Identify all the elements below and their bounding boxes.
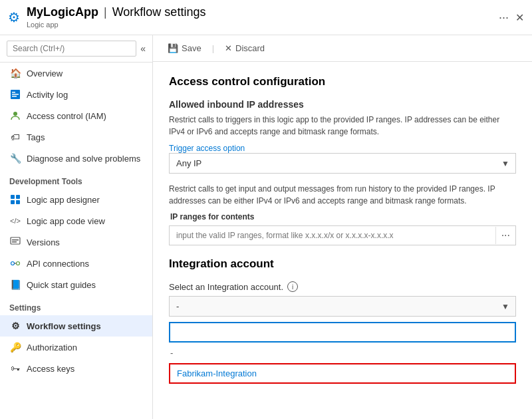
main-layout: « 🏠 Overview Activity log Access control… (0, 35, 532, 419)
close-button[interactable]: ✕ (515, 11, 524, 24)
settings-section-label: Settings (0, 295, 152, 315)
iam-icon (9, 110, 21, 122)
sidebar-item-tags[interactable]: 🏷 Tags (0, 126, 152, 148)
fabrikam-integration-option[interactable]: Fabrikam-Integration (169, 363, 516, 384)
tags-icon: 🏷 (9, 131, 21, 143)
ip-input-wrapper: ··· (169, 225, 516, 245)
ip-ranges-input[interactable] (170, 226, 495, 245)
sidebar-item-access-keys-label: Access keys (27, 364, 74, 374)
svg-rect-7 (11, 200, 15, 204)
sidebar-item-activity-log[interactable]: Activity log (0, 84, 152, 105)
gear-icon: ⚙ (8, 9, 20, 25)
sidebar-item-tags-label: Tags (27, 132, 45, 142)
code-icon: </> (9, 215, 21, 227)
svg-rect-10 (12, 239, 19, 241)
sidebar-item-authorization-label: Authorization (27, 343, 77, 352)
app-name: MyLogicApp (27, 5, 98, 19)
info-icon[interactable]: i (287, 281, 298, 292)
sidebar-item-versions-label: Versions (27, 237, 60, 247)
sidebar-item-access-control-label: Access control (IAM) (27, 111, 106, 121)
header: ⚙ MyLogicApp | Workflow settings Logic a… (0, 0, 532, 35)
sidebar-nav: 🏠 Overview Activity log Access control (… (0, 63, 152, 419)
sidebar-item-api-connections[interactable]: API connections (0, 253, 152, 274)
integration-label-row: Select an Integration account. i (169, 281, 516, 292)
sidebar-item-workflow-settings[interactable]: ⚙ Workflow settings (0, 315, 152, 337)
sidebar-item-access-keys[interactable]: 🗝 Access keys (0, 358, 152, 379)
trigger-access-select[interactable]: Any IP Only Logic Apps Specific IP range… (169, 153, 516, 174)
integration-select-label: Select an Integration account. (169, 282, 283, 292)
discard-icon: ✕ (225, 43, 232, 53)
content-scroll: Access control configuration Allowed inb… (153, 62, 532, 419)
trigger-access-link[interactable]: Trigger access option (169, 144, 245, 153)
header-section: Workflow settings (112, 5, 206, 19)
svg-rect-6 (16, 195, 20, 199)
sidebar-item-access-control[interactable]: Access control (IAM) (0, 105, 152, 126)
svg-rect-8 (16, 200, 20, 204)
dev-tools-section-label: Development Tools (0, 169, 152, 189)
integration-account-select[interactable]: - Fabrikam-Integration (169, 296, 516, 317)
versions-icon (9, 236, 21, 248)
sidebar-item-overview-label: Overview (27, 69, 63, 78)
svg-rect-1 (12, 92, 15, 93)
sidebar-item-workflow-settings-label: Workflow settings (27, 321, 101, 331)
inbound-ip-subtitle: Allowed inbound IP addresses (169, 99, 516, 110)
trigger-select-wrapper: Any IP Only Logic Apps Specific IP range… (169, 153, 516, 174)
sidebar-collapse-button[interactable]: « (140, 43, 146, 54)
sidebar-item-versions[interactable]: Versions (0, 231, 152, 253)
save-label: Save (182, 43, 201, 53)
sidebar-item-code-view[interactable]: </> Logic app code view (0, 210, 152, 231)
workflow-settings-icon: ⚙ (9, 320, 21, 332)
sidebar-item-diagnose[interactable]: 🔧 Diagnose and solve problems (0, 148, 152, 169)
content-area: 💾 Save | ✕ Discard Access control config… (153, 35, 532, 419)
activity-log-icon (9, 88, 21, 100)
diagnose-icon: 🔧 (9, 152, 21, 164)
svg-rect-3 (12, 96, 17, 97)
header-title-block: MyLogicApp | Workflow settings Logic app (27, 5, 492, 29)
api-connections-icon (9, 257, 21, 269)
integration-dash-option: - (169, 345, 516, 360)
svg-rect-11 (12, 241, 17, 243)
toolbar: 💾 Save | ✕ Discard (153, 35, 532, 62)
save-button[interactable]: 💾 Save (164, 41, 205, 56)
integration-section-title: Integration account (169, 257, 516, 271)
integration-input-field[interactable] (169, 322, 516, 343)
main-section-title: Access control configuration (169, 75, 516, 88)
sidebar-item-overview[interactable]: 🏠 Overview (0, 63, 152, 84)
ip-ranges-label: IP ranges for contents (170, 212, 516, 221)
svg-rect-9 (11, 237, 20, 244)
search-input[interactable] (7, 41, 136, 57)
header-pipe: | (104, 5, 107, 19)
toolbar-separator: | (212, 43, 214, 53)
home-icon: 🏠 (9, 67, 21, 79)
integration-section: Integration account Select an Integratio… (169, 257, 516, 384)
sidebar-item-authorization[interactable]: 🔑 Authorization (0, 337, 152, 358)
sidebar-item-api-connections-label: API connections (27, 259, 89, 269)
svg-rect-2 (12, 94, 19, 95)
sidebar-search-area: « (0, 35, 152, 63)
sidebar-item-code-view-label: Logic app code view (27, 216, 105, 226)
discard-label: Discard (235, 43, 265, 53)
more-options-button[interactable]: ··· (499, 11, 509, 25)
designer-icon (9, 194, 21, 206)
authorization-icon: 🔑 (9, 341, 21, 353)
sidebar-item-quick-start-label: Quick start guides (27, 280, 96, 290)
access-keys-icon: 🗝 (9, 362, 21, 374)
sidebar: « 🏠 Overview Activity log Access control… (0, 35, 153, 419)
sidebar-item-designer[interactable]: Logic app designer (0, 189, 152, 210)
ip-dots-button[interactable]: ··· (495, 227, 515, 244)
sidebar-item-quick-start[interactable]: 📘 Quick start guides (0, 274, 152, 295)
svg-rect-5 (11, 195, 15, 199)
contents-description: Restrict calls to get input and output m… (169, 183, 516, 207)
sidebar-item-diagnose-label: Diagnose and solve problems (27, 154, 140, 164)
svg-point-4 (13, 112, 17, 116)
integration-dropdown-wrapper: - Fabrikam-Integration ▼ (169, 296, 516, 317)
svg-point-13 (17, 262, 20, 265)
quick-start-icon: 📘 (9, 279, 21, 291)
sidebar-item-designer-label: Logic app designer (27, 195, 100, 205)
header-subtitle: Logic app (27, 21, 59, 29)
save-icon: 💾 (168, 43, 178, 53)
inbound-ip-description: Restrict calls to triggers in this logic… (169, 114, 516, 138)
svg-point-12 (11, 262, 15, 265)
sidebar-item-activity-log-label: Activity log (27, 90, 68, 100)
discard-button[interactable]: ✕ Discard (221, 41, 269, 56)
